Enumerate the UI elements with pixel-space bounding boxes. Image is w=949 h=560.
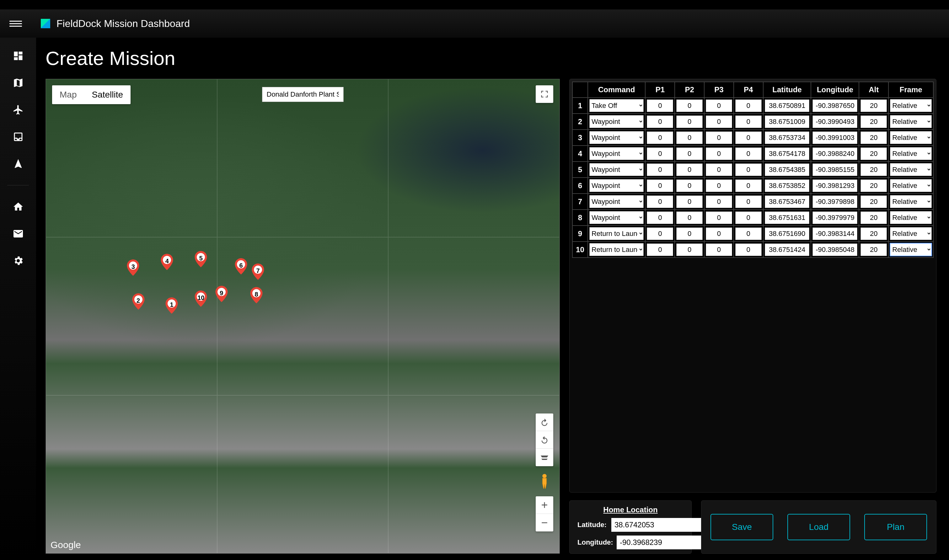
cell-lon[interactable] <box>812 180 857 192</box>
hamburger-menu-button[interactable] <box>9 17 22 30</box>
cell-p3[interactable] <box>706 115 732 128</box>
command-select[interactable]: Take OffWaypointReturn to Launch <box>589 163 644 176</box>
cell-p1[interactable] <box>647 228 673 240</box>
cell-p3[interactable] <box>706 148 732 160</box>
cell-p3[interactable] <box>706 228 732 240</box>
frame-select[interactable]: RelativeAbsolute <box>890 131 932 144</box>
frame-select[interactable]: RelativeAbsolute <box>890 243 932 256</box>
cell-p4[interactable] <box>735 148 762 160</box>
map-search-input[interactable] <box>262 87 344 102</box>
cell-p3[interactable] <box>706 131 732 144</box>
command-select[interactable]: Take OffWaypointReturn to Launch <box>589 147 644 160</box>
cell-alt[interactable] <box>861 180 887 192</box>
map-type-map-button[interactable]: Map <box>52 85 84 104</box>
cell-p2[interactable] <box>676 211 703 224</box>
map-panel[interactable]: 12345678910 Map Satellite <box>46 79 560 554</box>
cell-p1[interactable] <box>647 211 673 224</box>
map-type-satellite-button[interactable]: Satellite <box>84 85 131 104</box>
sidebar-map-icon[interactable] <box>12 77 24 88</box>
sidebar-navigation-icon[interactable] <box>12 158 24 169</box>
frame-select[interactable]: RelativeAbsolute <box>890 179 932 192</box>
cell-lat[interactable] <box>765 115 810 128</box>
cell-alt[interactable] <box>861 148 887 160</box>
cell-p4[interactable] <box>735 180 762 192</box>
cell-p3[interactable] <box>706 163 732 176</box>
save-button[interactable]: Save <box>710 514 773 540</box>
cell-lat[interactable] <box>765 195 810 208</box>
cell-p1[interactable] <box>647 148 673 160</box>
cell-p4[interactable] <box>735 131 762 144</box>
map-marker[interactable]: 7 <box>252 263 264 280</box>
cell-lat[interactable] <box>765 100 810 112</box>
command-select[interactable]: Take OffWaypointReturn to Launch <box>589 131 644 144</box>
map-marker[interactable]: 1 <box>165 297 178 314</box>
cell-p2[interactable] <box>676 195 703 208</box>
cell-lon[interactable] <box>812 195 857 208</box>
command-select[interactable]: Take OffWaypointReturn to Launch <box>589 243 644 256</box>
sidebar-dashboard-icon[interactable] <box>12 50 24 62</box>
frame-select[interactable]: RelativeAbsolute <box>890 147 932 160</box>
fullscreen-button[interactable] <box>536 85 553 103</box>
cell-p2[interactable] <box>676 131 703 144</box>
cell-p3[interactable] <box>706 195 732 208</box>
cell-alt[interactable] <box>861 211 887 224</box>
cell-p2[interactable] <box>676 115 703 128</box>
command-select[interactable]: Take OffWaypointReturn to Launch <box>589 99 644 112</box>
command-select[interactable]: Take OffWaypointReturn to Launch <box>589 211 644 224</box>
map-marker[interactable]: 9 <box>215 286 228 302</box>
cell-alt[interactable] <box>861 100 887 112</box>
map-marker[interactable]: 5 <box>194 251 207 267</box>
frame-select[interactable]: RelativeAbsolute <box>890 99 932 112</box>
cell-lon[interactable] <box>812 163 857 176</box>
map-marker[interactable]: 10 <box>194 291 207 307</box>
tilt-button[interactable] <box>536 449 553 466</box>
cell-p4[interactable] <box>735 243 762 256</box>
map-marker[interactable]: 6 <box>235 258 247 274</box>
map-marker[interactable]: 2 <box>132 293 145 310</box>
cell-p1[interactable] <box>647 180 673 192</box>
cell-p4[interactable] <box>735 100 762 112</box>
cell-alt[interactable] <box>861 195 887 208</box>
map-marker[interactable]: 4 <box>161 254 173 270</box>
cell-lon[interactable] <box>812 100 857 112</box>
cell-lon[interactable] <box>812 228 857 240</box>
cell-lon[interactable] <box>812 115 857 128</box>
cell-p3[interactable] <box>706 211 732 224</box>
home-lat-input[interactable] <box>611 518 712 532</box>
cell-p2[interactable] <box>676 243 703 256</box>
cell-p4[interactable] <box>735 163 762 176</box>
cell-lat[interactable] <box>765 243 810 256</box>
rotate-ccw-button[interactable] <box>536 431 553 449</box>
frame-select[interactable]: RelativeAbsolute <box>890 195 932 208</box>
cell-p4[interactable] <box>735 211 762 224</box>
cell-p2[interactable] <box>676 180 703 192</box>
cell-p1[interactable] <box>647 243 673 256</box>
frame-select[interactable]: RelativeAbsolute <box>890 227 932 240</box>
plan-button[interactable]: Plan <box>864 514 927 540</box>
cell-p4[interactable] <box>735 195 762 208</box>
frame-select[interactable]: RelativeAbsolute <box>890 163 932 176</box>
map-marker[interactable]: 3 <box>127 260 139 276</box>
cell-lat[interactable] <box>765 148 810 160</box>
cell-p3[interactable] <box>706 100 732 112</box>
cell-lat[interactable] <box>765 131 810 144</box>
cell-p1[interactable] <box>647 100 673 112</box>
cell-p2[interactable] <box>676 228 703 240</box>
command-select[interactable]: Take OffWaypointReturn to Launch <box>589 227 644 240</box>
sidebar-settings-icon[interactable] <box>12 255 24 266</box>
zoom-in-button[interactable]: + <box>536 496 553 514</box>
cell-alt[interactable] <box>861 228 887 240</box>
cell-alt[interactable] <box>861 163 887 176</box>
cell-p1[interactable] <box>647 131 673 144</box>
sidebar-inbox-icon[interactable] <box>12 131 24 142</box>
frame-select[interactable]: RelativeAbsolute <box>890 211 932 224</box>
cell-p2[interactable] <box>676 163 703 176</box>
command-select[interactable]: Take OffWaypointReturn to Launch <box>589 115 644 128</box>
cell-lat[interactable] <box>765 180 810 192</box>
cell-lat[interactable] <box>765 228 810 240</box>
cell-p1[interactable] <box>647 163 673 176</box>
cell-lon[interactable] <box>812 243 857 256</box>
cell-lat[interactable] <box>765 211 810 224</box>
cell-p3[interactable] <box>706 180 732 192</box>
cell-lat[interactable] <box>765 163 810 176</box>
